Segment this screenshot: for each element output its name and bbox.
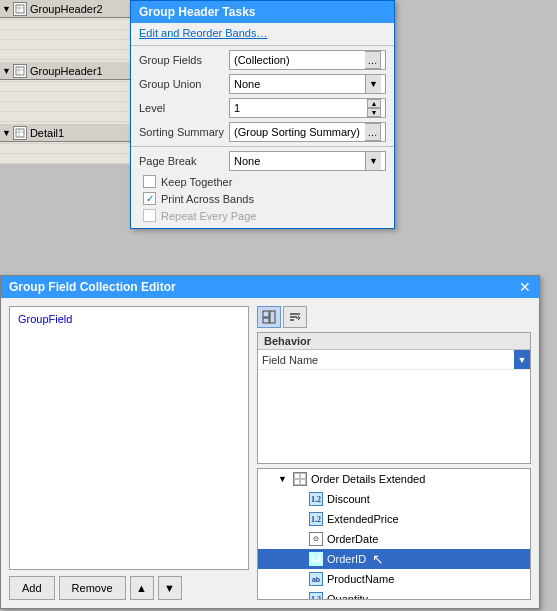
band-gh1-arrow[interactable]: ▼ <box>2 66 11 76</box>
level-spinbox[interactable]: 1 ▲ ▼ <box>229 98 386 118</box>
page-break-value: None <box>234 155 260 167</box>
group-fields-row: Group Fields (Collection) … <box>131 48 394 72</box>
sorting-summary-value: (Group Sorting Summary) <box>234 126 365 138</box>
level-label: Level <box>139 102 229 114</box>
group-fields-input[interactable]: (Collection) … <box>229 50 386 70</box>
editor-panel: Group Field Collection Editor ✕ GroupFie… <box>0 275 540 609</box>
level-value: 1 <box>234 102 240 114</box>
quantity-type-icon: 1.2 <box>308 591 324 600</box>
add-button[interactable]: Add <box>9 576 55 600</box>
editor-title-bar: Group Field Collection Editor ✕ <box>1 276 539 298</box>
band-detail-icon <box>13 126 27 140</box>
band-group-header2: ▼ GroupHeader2 <box>0 0 130 62</box>
group-fields-label: Group Fields <box>139 54 229 66</box>
group-union-dropdown-arrow[interactable]: ▼ <box>365 75 381 93</box>
level-spin-up[interactable]: ▲ <box>367 99 381 108</box>
svg-rect-9 <box>263 311 269 317</box>
tree-item-order-details[interactable]: ▼ Order Details Extended <box>258 469 530 489</box>
repeat-every-page-label: Repeat Every Page <box>161 210 256 222</box>
behavior-label: Behavior <box>264 335 311 347</box>
svg-rect-10 <box>263 318 269 323</box>
page-break-label: Page Break <box>139 155 229 167</box>
edit-reorder-bands-link[interactable]: Edit and Reorder Bands… <box>131 23 394 43</box>
band-detail-arrow[interactable]: ▼ <box>2 128 11 138</box>
band-gh1-icon <box>13 64 27 78</box>
sorting-summary-label: Sorting Summary <box>139 126 229 138</box>
editor-left-panel: GroupField Add Remove ▲ ▼ <box>9 306 249 600</box>
svg-rect-11 <box>270 311 275 323</box>
level-spin-arrows: ▲ ▼ <box>367 99 381 117</box>
band-gh2-icon <box>13 2 27 16</box>
field-name-dropdown[interactable]: ▼ <box>338 350 530 369</box>
band-gh2-header: ▼ GroupHeader2 <box>0 0 130 18</box>
svg-rect-0 <box>16 5 24 13</box>
editor-props: Behavior Field Name ▼ <box>257 332 531 464</box>
move-up-button[interactable]: ▲ <box>130 576 154 600</box>
editor-right-panel: Behavior Field Name ▼ ▼ <box>257 306 531 600</box>
page-break-dropdown-arrow[interactable]: ▼ <box>365 152 381 170</box>
remove-button[interactable]: Remove <box>59 576 126 600</box>
tree-item-product-name[interactable]: ab ProductName <box>258 569 530 589</box>
move-down-button[interactable]: ▼ <box>158 576 182 600</box>
product-name-type-icon: ab <box>308 571 324 587</box>
properties-view-btn[interactable] <box>257 306 281 328</box>
discount-type-icon: 1.2 <box>308 491 324 507</box>
group-union-value: None <box>234 78 260 90</box>
editor-close-button[interactable]: ✕ <box>519 280 531 294</box>
keep-together-label: Keep Together <box>161 176 232 188</box>
level-row: Level 1 ▲ ▼ <box>131 96 394 120</box>
group-fields-dots-btn[interactable]: … <box>365 51 381 69</box>
editor-list: GroupField <box>9 306 249 570</box>
tree-item-order-id[interactable]: 1.2 OrderID ↖ <box>258 549 530 569</box>
editor-buttons: Add Remove ▲ ▼ <box>9 576 249 600</box>
keep-together-row: Keep Together <box>131 173 394 190</box>
behavior-section-header: Behavior <box>258 333 530 350</box>
field-name-dropdown-arrow[interactable]: ▼ <box>514 350 530 369</box>
tree-item-order-date[interactable]: ⊙ OrderDate <box>258 529 530 549</box>
order-date-type-icon: ⊙ <box>308 531 324 547</box>
sorting-summary-dots-btn[interactable]: … <box>365 123 381 141</box>
band-gh1-header: ▼ GroupHeader1 <box>0 62 130 80</box>
extended-price-type-icon: 1.2 <box>308 511 324 527</box>
group-fields-value: (Collection) <box>234 54 365 66</box>
editor-arrows: ▲ ▼ <box>130 576 182 600</box>
page-break-dropdown[interactable]: None ▼ <box>229 151 386 171</box>
editor-title: Group Field Collection Editor <box>9 280 176 294</box>
tree-item-discount[interactable]: 1.2 Discount <box>258 489 530 509</box>
level-spin-down[interactable]: ▼ <box>367 108 381 117</box>
tasks-panel: Group Header Tasks Edit and Reorder Band… <box>130 0 395 229</box>
band-gh1-label: GroupHeader1 <box>30 65 103 77</box>
keep-together-checkbox[interactable] <box>143 175 156 188</box>
tree-item-quantity[interactable]: 1.2 Quantity <box>258 589 530 600</box>
sorting-summary-input[interactable]: (Group Sorting Summary) … <box>229 122 386 142</box>
band-gh2-label: GroupHeader2 <box>30 3 103 15</box>
band-detail1: ▼ Detail1 <box>0 124 130 164</box>
table-icon <box>292 471 308 487</box>
page-break-row: Page Break None ▼ <box>131 149 394 173</box>
band-detail-label: Detail1 <box>30 127 64 139</box>
list-item[interactable]: GroupField <box>14 311 244 327</box>
repeat-every-page-checkbox <box>143 209 156 222</box>
sort-view-btn[interactable] <box>283 306 307 328</box>
field-name-row[interactable]: Field Name ▼ <box>258 350 530 370</box>
svg-rect-6 <box>16 129 24 137</box>
print-across-bands-row: ✓ Print Across Bands <box>131 190 394 207</box>
band-gh2-arrow[interactable]: ▼ <box>2 4 11 14</box>
band-group-header1: ▼ GroupHeader1 <box>0 62 130 124</box>
tree-item-extended-price[interactable]: 1.2 ExtendedPrice <box>258 509 530 529</box>
field-tree: ▼ Order Details Extended <box>257 468 531 600</box>
group-union-row: Group Union None ▼ <box>131 72 394 96</box>
field-name-label: Field Name <box>258 354 338 366</box>
print-across-bands-label: Print Across Bands <box>161 193 254 205</box>
sorting-summary-row: Sorting Summary (Group Sorting Summary) … <box>131 120 394 144</box>
print-across-bands-checkbox[interactable]: ✓ <box>143 192 156 205</box>
group-union-dropdown[interactable]: None ▼ <box>229 74 386 94</box>
tasks-panel-title: Group Header Tasks <box>131 1 394 23</box>
cursor-indicator: ↖ <box>372 551 384 567</box>
group-union-label: Group Union <box>139 78 229 90</box>
editor-toolbar <box>257 306 531 328</box>
expand-icon[interactable]: ▼ <box>278 474 292 484</box>
repeat-every-page-row: Repeat Every Page <box>131 207 394 228</box>
band-detail-header: ▼ Detail1 <box>0 124 130 142</box>
editor-body: GroupField Add Remove ▲ ▼ <box>1 298 539 608</box>
